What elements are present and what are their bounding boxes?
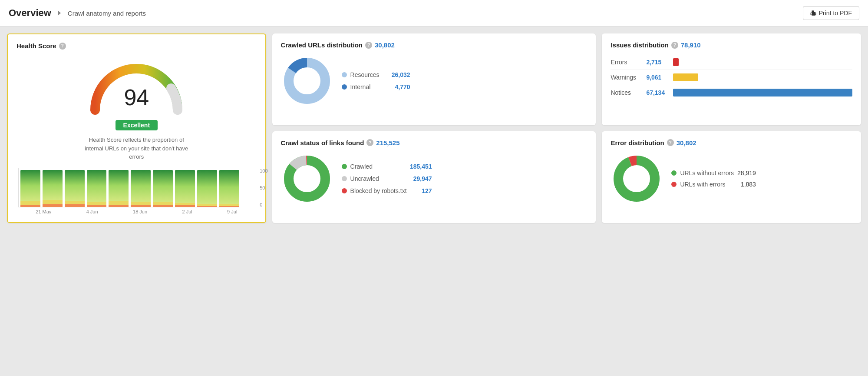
with-errors-dot — [671, 182, 677, 187]
warnings-value: 9,061 — [646, 74, 668, 81]
bar-green — [175, 170, 195, 203]
internal-value: 4,770 — [389, 83, 410, 90]
bar-column-0 — [20, 170, 40, 207]
crawl-status-card: Crawl status of links found ? 215,525 — [272, 131, 596, 223]
health-description: Health Score reflects the proportion of … — [80, 136, 193, 161]
error-distribution-donut — [611, 153, 663, 205]
legend-uncrawled: Uncrawled 29,947 — [342, 175, 432, 182]
errors-value: 2,715 — [646, 59, 668, 66]
legend-blocked: Blocked by robots.txt 127 — [342, 187, 432, 194]
crawled-urls-legend: Resources 26,032 Internal 4,770 — [342, 71, 410, 90]
bar-green — [43, 170, 63, 200]
bar-green — [219, 170, 239, 204]
bar-column-5 — [131, 170, 151, 207]
error-distribution-legend: URLs without errors 28,919 URLs with err… — [671, 170, 756, 188]
health-bar-chart: 100 50 0 21 May 4 Jun 18 Jun 2 Jul 9 Jul — [17, 168, 257, 214]
bar-chart-wrapper: 100 50 0 — [18, 168, 255, 207]
crawled-urls-card: Crawled URLs distribution ? 30,802 Resou… — [272, 33, 596, 125]
health-score-card: Health Score ? — [7, 33, 266, 223]
error-distribution-help-icon[interactable]: ? — [667, 139, 674, 146]
crawled-urls-help-icon[interactable]: ? — [365, 42, 372, 49]
bar-column-1 — [43, 170, 63, 207]
no-errors-value: 28,919 — [737, 170, 756, 176]
health-gauge: 94 — [86, 60, 186, 116]
legend-no-errors: URLs without errors 28,919 — [671, 170, 756, 176]
health-score-help-icon[interactable]: ? — [59, 43, 66, 50]
bar-yellow — [109, 201, 129, 205]
errors-bar-container — [673, 58, 852, 66]
issues-title: Issues distribution ? 78,910 — [611, 41, 852, 49]
breadcrumb: Crawl anatomy and reports — [68, 10, 146, 17]
blocked-value: 127 — [410, 187, 432, 194]
uncrawled-value: 29,947 — [410, 175, 432, 182]
no-errors-label: URLs without errors — [680, 170, 734, 176]
warnings-label: Warnings — [611, 74, 641, 81]
notices-bar — [673, 89, 852, 96]
bar-column-4 — [109, 170, 129, 207]
bar-column-3 — [87, 170, 107, 207]
with-errors-value: 1,883 — [741, 181, 756, 188]
bar-red — [87, 205, 107, 206]
notices-bar-container — [673, 89, 852, 96]
warnings-bar-container — [673, 73, 852, 81]
bar-column-8 — [197, 170, 217, 207]
issues-warnings-row: Warnings 9,061 — [611, 70, 852, 85]
page-title: Overview — [9, 7, 51, 19]
svg-point-4 — [294, 68, 320, 93]
crawl-status-help-icon[interactable]: ? — [366, 139, 373, 146]
error-distribution-count: 30,802 — [677, 139, 696, 146]
crawled-urls-donut — [281, 55, 333, 107]
bar-red — [43, 204, 63, 206]
bar-yellow — [87, 202, 107, 205]
issues-distribution-card: Issues distribution ? 78,910 Errors 2,71… — [602, 33, 861, 125]
gauge-score: 94 — [124, 86, 149, 109]
errors-bar — [673, 58, 678, 66]
resources-dot — [342, 72, 347, 77]
breadcrumb-separator — [56, 9, 63, 17]
bar-yellow — [131, 202, 151, 205]
bar-yellow — [43, 200, 63, 204]
bar-red — [20, 205, 40, 206]
internal-dot — [342, 84, 347, 90]
bar-red — [131, 205, 151, 206]
bar-green — [20, 170, 40, 201]
bar-red — [153, 205, 173, 206]
warnings-bar — [673, 73, 698, 81]
legend-crawled: Crawled 185,451 — [342, 163, 432, 170]
crawl-status-count: 215,525 — [376, 139, 399, 146]
legend-resources: Resources 26,032 — [342, 71, 410, 78]
no-errors-dot — [671, 170, 677, 176]
excellent-badge: Excellent — [116, 120, 158, 130]
bar-red — [219, 206, 239, 207]
issues-help-icon[interactable]: ? — [671, 42, 678, 49]
svg-marker-0 — [58, 11, 61, 16]
issues-list: Errors 2,715 Warnings 9,061 Notices 67,1… — [611, 55, 852, 100]
error-distribution-title: Error distribution ? 30,802 — [611, 139, 852, 146]
bar-green — [153, 170, 173, 203]
uncrawled-label: Uncrawled — [350, 175, 385, 182]
crawled-dot — [342, 164, 347, 169]
health-score-title: Health Score ? — [17, 42, 257, 50]
bar-green — [197, 170, 217, 205]
bar-red — [175, 205, 195, 206]
bar-column-6 — [153, 170, 173, 207]
crawl-status-title: Crawl status of links found ? 215,525 — [281, 139, 587, 146]
error-distribution-content: URLs without errors 28,919 URLs with err… — [611, 153, 852, 205]
blocked-dot — [342, 188, 347, 193]
bar-yellow — [65, 201, 85, 205]
error-distribution-card: Error distribution ? 30,802 URLs without… — [602, 131, 861, 223]
bar-green — [65, 170, 85, 201]
bar-chart-x-labels: 21 May 4 Jun 18 Jun 2 Jul 9 Jul — [18, 209, 255, 214]
crawled-label: Crawled — [350, 163, 385, 170]
bar-yellow — [153, 202, 173, 205]
legend-internal: Internal 4,770 — [342, 83, 410, 90]
header: Overview Crawl anatomy and reports Print… — [0, 0, 868, 27]
crawl-status-legend: Crawled 185,451 Uncrawled 29,947 Blocked… — [342, 163, 432, 194]
errors-label: Errors — [611, 59, 641, 66]
bar-yellow — [20, 201, 40, 205]
resources-value: 26,032 — [389, 71, 410, 78]
bar-column-7 — [175, 170, 195, 207]
crawled-urls-count: 30,802 — [375, 41, 395, 49]
crawl-status-content: Crawled 185,451 Uncrawled 29,947 Blocked… — [281, 153, 587, 205]
print-to-pdf-button[interactable]: Print to PDF — [803, 6, 859, 20]
